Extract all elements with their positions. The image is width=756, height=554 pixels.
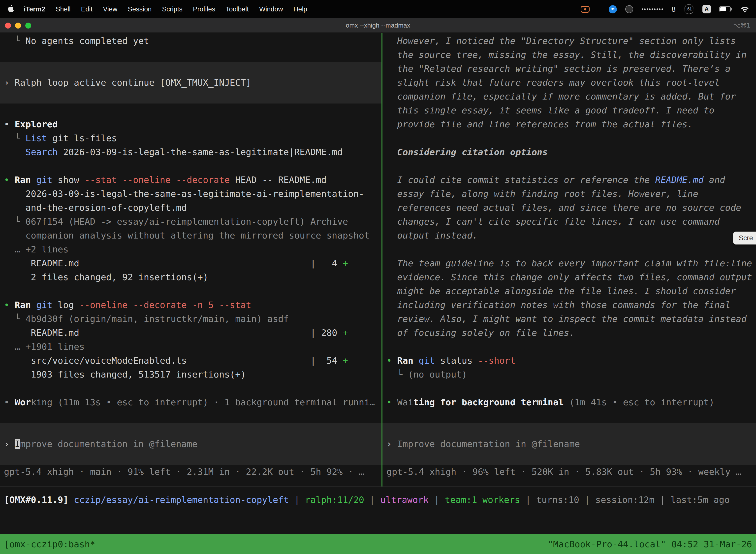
left-pane[interactable]: └ No agents completed yet› Ralph loop ac… [0,33,381,487]
terminal-line: output instead. [382,229,756,242]
text-segment: git [36,175,52,185]
text-segment: However, I noticed the "Directory Struct… [386,36,736,46]
terminal-line: • Ran git show --stat --oneline --decora… [0,173,381,187]
screen-recording-indicator-icon[interactable] [581,6,589,13]
docker-icon[interactable]: ≈ [609,5,617,13]
blank-line [0,382,381,395]
terminal-line: references need actual files, and since … [382,201,756,215]
text-segment: references need actual files, and since … [386,203,741,213]
moon-circle-icon[interactable] [625,5,633,13]
window-title: omx --xhigh --madmax [346,21,410,29]
terminal-line: └ List git ls-files [0,131,381,145]
blank-line [0,159,381,173]
text-segment: Wai [397,397,413,407]
tmux-session-window[interactable]: [omx-cczip0:bash* [4,539,95,549]
prompt-text: mprove documentation in @filename [20,439,197,449]
text-segment: --short [478,355,516,366]
right-pane[interactable]: However, I noticed the "Directory Struct… [382,33,756,487]
left-prompt-input[interactable]: › Improve documentation in @filename [0,423,381,465]
text-segment: session:12m [595,495,654,505]
gauge-icon[interactable]: .61 [684,4,694,14]
terminal-line: 1903 files changed, 513517 insertions(+) [0,368,381,382]
apple-menu[interactable] [6,5,19,14]
terminal-line: companion analysis without altering the … [0,229,381,242]
text-segment: | [364,495,380,505]
screen-share-notification[interactable]: Scre [733,232,756,244]
waiting-status-line: • Waiting for background terminal (1m 41… [382,395,756,409]
terminal-line: The team guideline is to back every impo… [382,257,756,270]
input-source-icon[interactable]: A [702,5,711,13]
text-segment: | [654,495,671,505]
text-segment: No agents completed yet [25,36,149,46]
menu-item-session[interactable]: Session [123,5,157,13]
text-segment: git ls-files [47,133,117,143]
right-pane-output: However, I noticed the "Directory Struct… [382,34,756,423]
text-segment: provide file and line references from th… [386,119,693,129]
text-segment: team:1 workers [445,495,520,505]
wifi-icon[interactable] [741,6,749,13]
text-segment: + [342,355,348,366]
terminal-line: provide file and line references from th… [382,117,756,131]
menu-item-iterm2[interactable]: iTerm2 [19,5,51,13]
text-segment: essay file, along with finding root file… [386,189,698,199]
text-segment: cczip/essay/ai-reimplementation-copyleft [74,495,289,505]
terminal-line: └ (no output) [382,368,756,382]
menu-item-view[interactable]: View [98,5,123,13]
text-segment: changes, I can't cite specific file line… [386,216,720,227]
window-title-bar[interactable]: omx --xhigh --madmax ⌥⌘1 [0,18,756,33]
menu-bar: iTerm2 Shell Edit View Session Scripts P… [0,0,756,18]
text-segment: the source tree, missing the essay. Stil… [386,50,747,60]
menu-item-scripts[interactable]: Scripts [157,5,188,13]
text-segment: the "Related research writing" section i… [386,63,731,74]
text-segment: README.md | 280 [4,328,342,338]
window-grid-icon[interactable] [598,8,600,11]
minimize-button[interactable] [15,22,21,29]
menu-item-shell[interactable]: Shell [51,5,76,13]
text-segment [68,495,74,505]
right-prompt-input[interactable]: › Improve documentation in @filename [382,423,756,465]
close-button[interactable] [5,22,11,29]
text-segment: • [386,397,397,407]
app-grid-icon[interactable] [642,8,663,10]
menu-item-window[interactable]: Window [254,5,288,13]
text-segment: Ran [15,175,31,185]
text-segment: including verification notes with those … [386,300,731,310]
terminal-line: of focusing solely on file lines. [382,326,756,340]
menu-item-edit[interactable]: Edit [76,5,98,13]
prompt-line: › Improve documentation in @filename [382,437,756,451]
menu-item-toolbelt[interactable]: Toolbelt [220,5,254,13]
menu-bar-status-icons: ≈ 8 .61 A [581,4,750,14]
prompt-chevron: › [386,439,397,449]
zoom-button[interactable] [25,22,31,29]
text-segment: evidence. Since this change only affects… [386,272,752,282]
text-segment [413,355,419,366]
terminal-line: … +1901 lines [0,340,381,354]
text-segment: companion file, especially if more comme… [386,91,736,102]
traffic-lights [5,18,31,33]
blank-line [382,159,756,173]
text-segment: last:5m ago [671,495,730,505]
terminal-line: I could cite commit statistics or refere… [382,173,756,187]
terminal-line: the source tree, missing the essay. Stil… [382,48,756,62]
text-segment: + [342,258,348,268]
terminal-line: › Ralph loop active continue [OMX_TMUX_I… [0,76,381,90]
left-pane-output: └ No agents completed yet› Ralph loop ac… [0,34,381,423]
menu-item-help[interactable]: Help [288,5,313,13]
text-segment: 2026-03-09-is-legal-the-same-as-legitima… [4,189,364,199]
terminal-line: and-the-erosion-of-copyleft.md [0,201,381,215]
text-segment: output instead. [386,230,478,240]
blank-line [0,284,381,298]
battery-icon[interactable] [719,6,732,12]
glyph-8-icon[interactable]: 8 [672,5,676,13]
text-segment: › [4,77,15,88]
terminal-line: └ No agents completed yet [0,34,381,48]
text-segment: Explored [15,119,58,129]
text-segment: • [4,397,15,407]
text-segment [4,147,25,157]
terminal-line: changes, I can't cite specific file line… [382,215,756,229]
menu-item-profiles[interactable]: Profiles [188,5,220,13]
terminal-line: • Ran git log --oneline --decorate -n 5 … [0,298,381,312]
ralph-loop-banner[interactable]: › Ralph loop active continue [OMX_TMUX_I… [0,62,381,104]
tmux-host-clock: "MacBook-Pro-44.local" 04:52 31-Mar-26 [548,539,752,549]
text-segment: └ (no output) [386,369,467,380]
